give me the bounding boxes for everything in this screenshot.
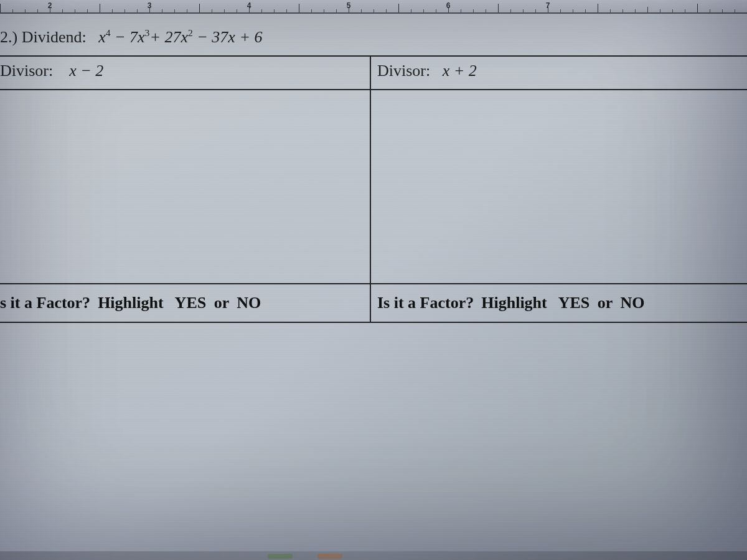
ruler-tick xyxy=(25,9,26,12)
term-x: x xyxy=(228,28,235,46)
ruler-tick xyxy=(461,9,461,12)
factor-right-highlight: Highlight xyxy=(481,294,547,312)
factor-left-cell: s it a Factor? Highlight YES or NO xyxy=(0,284,370,322)
horizontal-ruler: 234567 xyxy=(0,0,747,14)
ruler-tick xyxy=(336,9,337,12)
ruler-tick xyxy=(311,9,312,12)
ruler-tick xyxy=(448,7,449,12)
divisor-left-expr: x − 2 xyxy=(69,62,103,80)
ruler-track: 234567 xyxy=(0,0,747,12)
ruler-tick xyxy=(299,4,299,12)
ruler-tick xyxy=(498,4,499,12)
ruler-tick xyxy=(548,7,548,12)
dividend-row: 2.) Dividend: x4 − 7x3+ 27x2 − 37x + 6 xyxy=(0,14,747,57)
ruler-tick xyxy=(672,9,673,12)
ruler-tick xyxy=(12,9,13,12)
ruler-tick xyxy=(261,9,262,12)
taskbar-blobs xyxy=(268,554,342,559)
ruler-tick xyxy=(735,9,735,12)
divisor-right-expr: x + 2 xyxy=(443,62,477,80)
factor-right-no[interactable]: NO xyxy=(620,294,644,312)
taskbar-hint xyxy=(0,551,747,560)
factor-left-yes[interactable]: YES xyxy=(175,294,207,312)
work-row xyxy=(0,90,747,284)
factor-row: s it a Factor? Highlight YES or NO Is it… xyxy=(0,284,747,323)
ruler-tick xyxy=(286,9,287,12)
ruler-tick xyxy=(635,9,636,12)
ruler-tick xyxy=(560,9,561,12)
ruler-tick xyxy=(224,9,225,12)
ruler-tick xyxy=(685,9,685,12)
ruler-tick xyxy=(324,9,324,12)
ruler-tick xyxy=(37,9,38,12)
ruler-tick xyxy=(349,7,349,12)
ruler-tick xyxy=(423,9,424,12)
bottom-empty-area xyxy=(0,323,747,547)
ruler-tick xyxy=(0,4,1,12)
ruler-tick xyxy=(411,9,411,12)
work-left-cell[interactable] xyxy=(0,90,370,283)
term-minus7: − 7 xyxy=(111,28,138,46)
ruler-tick xyxy=(510,9,511,12)
factor-left-highlight: Highlight xyxy=(98,294,163,312)
ruler-tick xyxy=(174,9,175,12)
ruler-tick xyxy=(87,9,88,12)
factor-right-question: Is it a Factor? xyxy=(377,294,474,312)
ruler-tick xyxy=(149,7,150,12)
ruler-tick xyxy=(75,9,75,12)
factor-left-or: or xyxy=(214,294,229,312)
ruler-tick xyxy=(647,7,648,12)
ruler-tick xyxy=(374,9,374,12)
work-right-cell[interactable] xyxy=(370,90,747,283)
problem-number: 2.) xyxy=(0,28,17,46)
divisor-right-label: Divisor: xyxy=(377,62,430,80)
ruler-tick xyxy=(398,4,399,12)
ruler-tick xyxy=(697,4,698,12)
ruler-tick xyxy=(436,9,436,12)
ruler-tick xyxy=(100,4,100,12)
term-x2: x2 xyxy=(181,28,192,46)
ruler-tick xyxy=(610,9,611,12)
factor-left-question: s it a Factor? xyxy=(0,294,90,312)
ruler-tick xyxy=(274,9,275,12)
ruler-tick xyxy=(212,9,212,12)
factor-right-cell: Is it a Factor? Highlight YES or NO xyxy=(370,284,747,322)
dividend-polynomial: x4 − 7x3+ 27x2 − 37x + 6 xyxy=(98,28,262,46)
factor-right-or: or xyxy=(598,294,613,312)
ruler-tick xyxy=(361,9,362,12)
divisor-row: Divisor: x − 2 Divisor: x + 2 xyxy=(0,57,747,90)
term-x3: x3 xyxy=(138,28,149,46)
ruler-tick xyxy=(473,9,474,12)
ruler-tick xyxy=(710,9,710,12)
ruler-tick xyxy=(386,9,387,12)
taskbar-blob-2 xyxy=(317,554,342,559)
ruler-tick xyxy=(622,9,623,12)
factor-right-yes[interactable]: YES xyxy=(558,294,590,312)
ruler-tick xyxy=(249,7,250,12)
ruler-tick xyxy=(62,9,63,12)
divisor-left-cell: Divisor: x − 2 xyxy=(0,57,370,89)
ruler-tick xyxy=(125,9,125,12)
ruler-tick xyxy=(486,9,486,12)
ruler-tick xyxy=(199,4,200,12)
ruler-tick xyxy=(137,9,138,12)
term-minus37: − 37 xyxy=(193,28,228,46)
ruler-tick xyxy=(50,7,50,12)
factor-left-no[interactable]: NO xyxy=(237,294,261,312)
ruler-tick xyxy=(187,9,187,12)
ruler-tick xyxy=(573,9,573,12)
term-x4: x4 xyxy=(98,28,110,46)
term-plus27: + 27 xyxy=(149,28,181,46)
ruler-tick xyxy=(112,9,113,12)
dividend-label: Dividend: xyxy=(22,28,87,46)
ruler-tick xyxy=(237,9,237,12)
ruler-tick xyxy=(523,9,524,12)
ruler-tick xyxy=(598,4,598,12)
document-page: 2.) Dividend: x4 − 7x3+ 27x2 − 37x + 6 D… xyxy=(0,14,747,560)
ruler-tick xyxy=(722,9,723,12)
term-plus6: + 6 xyxy=(235,28,263,46)
divisor-left-label: Divisor: xyxy=(0,62,53,80)
divisor-right-cell: Divisor: x + 2 xyxy=(370,57,747,89)
ruler-tick xyxy=(535,9,536,12)
ruler-tick xyxy=(585,9,586,12)
